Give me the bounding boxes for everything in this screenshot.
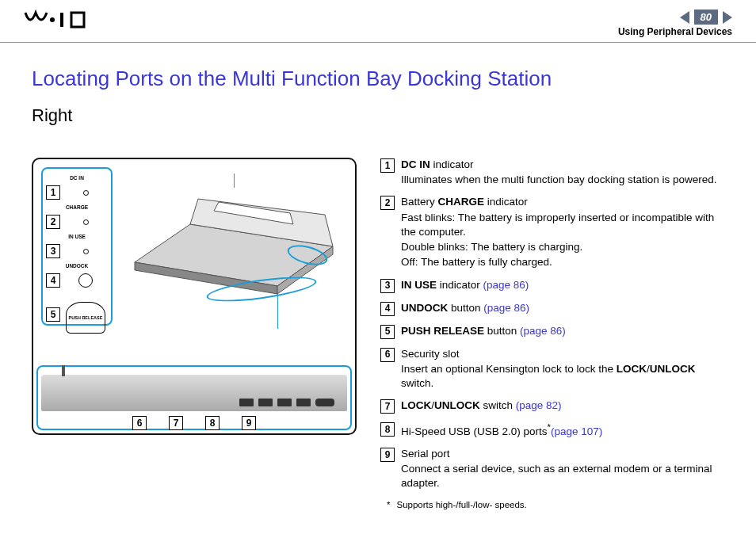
legend-8-link[interactable]: (page 107) xyxy=(551,425,602,437)
serial-port-icon xyxy=(315,399,334,406)
callout-3: 3 xyxy=(46,244,60,258)
page-subtitle: Right xyxy=(32,105,724,126)
svg-rect-0 xyxy=(60,13,63,27)
legend-3-bold: IN USE xyxy=(401,279,437,291)
diagram-box: DC IN 1 CHARGE 2 IN USE 3 UNDOCK 4 5PUSH… xyxy=(32,158,357,435)
legend-2-line2: Double blinks: The battery is charging. xyxy=(401,240,724,254)
footnote-asterisk: * xyxy=(387,500,390,509)
legend-9-desc: Connect a serial device, such as an exte… xyxy=(401,462,724,490)
legend-6-desc-e: switch. xyxy=(401,377,433,389)
svg-point-1 xyxy=(50,17,55,22)
charge-label: CHARGE xyxy=(46,204,108,210)
legend-6-unlock: UNLOCK xyxy=(650,363,696,375)
usb-port-icon xyxy=(277,399,292,406)
legend-2-bold: CHARGE xyxy=(438,196,485,208)
legend-item-9: 9 Serial port Connect a serial device, s… xyxy=(380,447,724,491)
legend-2-post: indicator xyxy=(484,196,528,208)
legend-5-bold: PUSH RELEASE xyxy=(401,325,484,337)
legend-7-unlock: UNLOCK xyxy=(434,399,480,411)
footnote-text: Supports high-/full-/low- speeds. xyxy=(396,500,526,509)
legend-num-4: 4 xyxy=(380,302,395,316)
legend-6-desc-a: Insert an optional Kensington lock to lo… xyxy=(401,363,617,375)
usb-port-icon xyxy=(296,399,311,406)
legend-1-bold: DC IN xyxy=(401,158,430,170)
callout-2: 2 xyxy=(46,215,60,229)
legend-num-7: 7 xyxy=(380,399,395,414)
page-title: Locating Ports on the Multi Function Bay… xyxy=(32,67,724,91)
legend-2-pre: Battery xyxy=(401,196,438,208)
legend-3-text: indicator xyxy=(437,279,483,291)
in-use-label: IN USE xyxy=(46,234,108,239)
legend-4-text: button xyxy=(448,302,483,314)
legend-3-link[interactable]: (page 86) xyxy=(483,279,529,291)
indicator-panel: DC IN 1 CHARGE 2 IN USE 3 UNDOCK 4 5PUSH… xyxy=(41,167,113,326)
footnote: *Supports high-/full-/low- speeds. xyxy=(380,499,724,512)
legend-num-8: 8 xyxy=(380,422,395,437)
legend-7-lock: LOCK xyxy=(401,399,431,411)
legend-column: 1 DC IN indicator Illuminates when the m… xyxy=(380,158,724,511)
security-slot-icon xyxy=(239,399,254,406)
legend-4-bold: UNDOCK xyxy=(401,302,448,314)
page-nav: 80 xyxy=(618,10,732,25)
legend-num-9: 9 xyxy=(380,448,395,462)
callout-6: 6 xyxy=(132,416,147,430)
legend-2-line1: Fast blinks: The battery is improperly i… xyxy=(401,211,724,239)
legend-2-line3: Off: The battery is fully charged. xyxy=(401,255,724,269)
legend-item-8: 8 Hi-Speed USB (USB 2.0) ports*(page 107… xyxy=(380,421,724,439)
legend-1-text: indicator xyxy=(430,158,474,170)
lock-switch-icon xyxy=(258,399,273,406)
dc-in-label: DC IN xyxy=(46,175,108,181)
legend-num-3: 3 xyxy=(380,279,395,293)
callout-9: 9 xyxy=(242,416,256,430)
legend-num-5: 5 xyxy=(380,325,395,339)
legend-item-1: 1 DC IN indicator Illuminates when the m… xyxy=(380,158,724,187)
callout-1: 1 xyxy=(46,185,60,200)
legend-item-6: 6 Security slot Insert an optional Kensi… xyxy=(380,347,724,391)
legend-6-lock: LOCK xyxy=(617,363,647,375)
prev-page-arrow[interactable] xyxy=(680,11,689,24)
legend-5-link[interactable]: (page 86) xyxy=(520,325,566,337)
legend-item-3: 3 IN USE indicator (page 86) xyxy=(380,278,724,293)
legend-num-1: 1 xyxy=(380,158,395,173)
callout-5: 5 xyxy=(46,307,60,322)
legend-5-text: button xyxy=(484,325,520,337)
legend-item-5: 5 PUSH RELEASE button (page 86) xyxy=(380,324,724,339)
side-view-panel: 6 7 8 9 xyxy=(36,365,352,430)
section-name: Using Peripheral Devices xyxy=(618,26,732,37)
header-right: 80 Using Peripheral Devices xyxy=(618,10,732,37)
vaio-logo xyxy=(24,10,111,30)
legend-9-title: Serial port xyxy=(401,447,724,461)
legend-item-2: 2 Battery CHARGE indicator Fast blinks: … xyxy=(380,195,724,269)
callout-7: 7 xyxy=(169,416,183,430)
legend-4-link[interactable]: (page 86) xyxy=(483,302,529,314)
legend-6-title: Security slot xyxy=(401,347,724,361)
legend-7-link[interactable]: (page 82) xyxy=(516,399,562,411)
undock-label: UNDOCK xyxy=(46,263,108,269)
legend-8-text: Hi-Speed USB (USB 2.0) ports xyxy=(401,425,548,437)
callout-4: 4 xyxy=(46,273,60,288)
legend-num-6: 6 xyxy=(380,348,395,362)
legend-1-desc: Illuminates when the multi function bay … xyxy=(401,173,724,187)
page-header: 80 Using Peripheral Devices xyxy=(0,0,756,43)
callout-8: 8 xyxy=(205,416,220,430)
push-release-button: PUSH RELEASE xyxy=(66,302,105,334)
legend-item-4: 4 UNDOCK button (page 86) xyxy=(380,301,724,316)
diagram-column: DC IN 1 CHARGE 2 IN USE 3 UNDOCK 4 5PUSH… xyxy=(32,158,357,511)
next-page-arrow[interactable] xyxy=(723,11,732,24)
page-number: 80 xyxy=(694,10,718,25)
legend-num-2: 2 xyxy=(380,196,395,210)
legend-item-7: 7 LOCK/UNLOCK switch (page 82) xyxy=(380,399,724,414)
legend-7-text: switch xyxy=(480,399,516,411)
